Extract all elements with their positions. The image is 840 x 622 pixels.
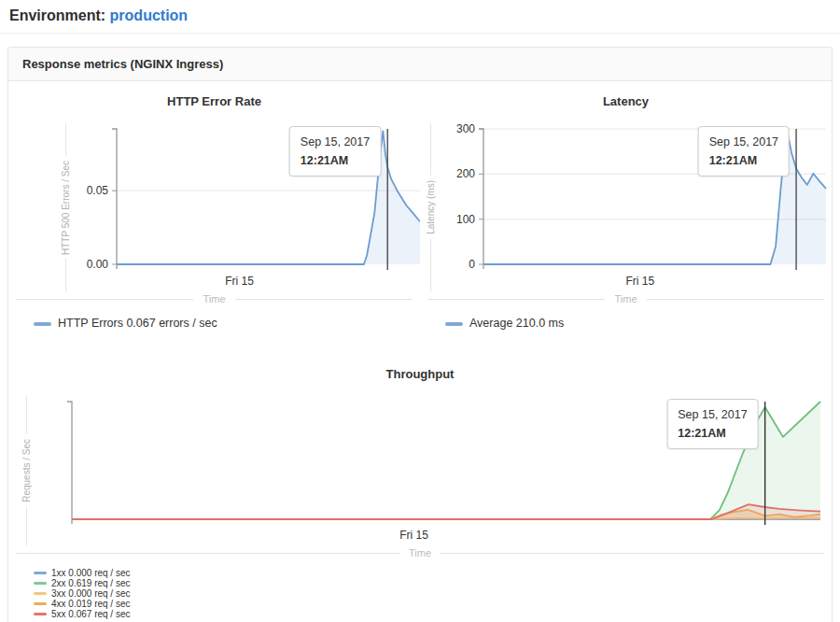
chart-http-error-rate: HTTP Error Rate HTTP 500 Errors / Sec 0.… [8, 92, 420, 332]
legend-swatch [34, 322, 51, 326]
svg-text:0.00: 0.00 [87, 258, 109, 271]
chart-title: HTTP Error Rate [8, 94, 420, 108]
legend-label: 3xx 0.000 req / sec [51, 588, 131, 599]
legend-label: 5xx 0.067 req / sec [51, 609, 131, 619]
panel-title: Response metrics (NGINX Ingress) [8, 48, 832, 81]
svg-text:200: 200 [456, 167, 475, 180]
legend-label: 1xx 0.000 req / sec [51, 568, 131, 578]
chart-tooltip: Sep 15, 2017 12:21AM [289, 126, 381, 177]
x-axis-label: Time [16, 293, 413, 304]
legend-item: 4xx 0.019 req / sec [34, 599, 832, 609]
legend-label: Average 210.0 ms [469, 316, 564, 332]
chart-throughput: Throughput Requests / Sec Sep 15, 2017 1… [8, 367, 832, 619]
legend-item: HTTP Errors 0.067 errors / sec [34, 316, 420, 332]
metrics-page: Environment: production Response metrics… [0, 0, 840, 622]
legend-label: 4xx 0.019 req / sec [51, 599, 131, 609]
environment-link[interactable]: production [110, 7, 189, 23]
tooltip-time: 12:21AM [709, 151, 778, 170]
x-axis-label: Time [427, 293, 824, 304]
legend-label: HTTP Errors 0.067 errors / sec [58, 316, 217, 332]
environment-header: Environment: production [0, 0, 840, 34]
x-axis-label: Time [16, 547, 824, 558]
chart-latency: Latency Latency (ms) 0100200300 Sep 15, … [420, 92, 832, 332]
top-charts-row: HTTP Error Rate HTTP 500 Errors / Sec 0.… [8, 92, 832, 332]
chart-legend: HTTP Errors 0.067 errors / sec [34, 316, 420, 332]
chart-legend: Average 210.0 ms [445, 316, 832, 332]
legend-label: 2xx 0.619 req / sec [51, 578, 131, 588]
svg-text:300: 300 [456, 123, 475, 135]
legend-item: 5xx 0.067 req / sec [34, 609, 832, 619]
tooltip-date: Sep 15, 2017 [709, 133, 778, 151]
legend-item: 3xx 0.000 req / sec [34, 588, 832, 599]
y-axis-label: HTTP 500 Errors / Sec [59, 123, 72, 291]
chart-title: Latency [420, 94, 832, 108]
chart-tooltip: Sep 15, 2017 12:21AM [666, 399, 758, 449]
legend-swatch [34, 592, 47, 595]
legend-swatch [34, 602, 47, 605]
tooltip-date: Sep 15, 2017 [678, 405, 747, 424]
legend-swatch [34, 572, 47, 574]
y-axis-label: Requests / Sec [20, 396, 33, 545]
svg-text:100: 100 [456, 213, 475, 226]
panel-body: HTTP Error Rate HTTP 500 Errors / Sec 0.… [8, 81, 832, 622]
x-axis-tick: Fri 15 [225, 275, 254, 288]
svg-text:0.05: 0.05 [87, 184, 109, 197]
legend-swatch [34, 582, 47, 585]
tooltip-time: 12:21AM [301, 151, 370, 170]
x-axis-tick: Fri 15 [625, 275, 654, 288]
environment-label: Environment: [9, 7, 105, 23]
chart-title: Throughput [8, 367, 832, 381]
chart-legend: 1xx 0.000 req / sec2xx 0.619 req / sec3x… [34, 568, 832, 619]
response-metrics-panel: Response metrics (NGINX Ingress) HTTP Er… [7, 47, 833, 622]
legend-swatch [34, 613, 47, 615]
legend-item: 1xx 0.000 req / sec [34, 568, 832, 578]
legend-item: 2xx 0.619 req / sec [34, 578, 832, 588]
legend-item: Average 210.0 ms [445, 316, 832, 332]
tooltip-date: Sep 15, 2017 [301, 133, 370, 151]
legend-swatch [445, 322, 463, 326]
y-axis-label: Latency (ms) [424, 123, 437, 291]
tooltip-time: 12:21AM [678, 424, 747, 443]
chart-tooltip: Sep 15, 2017 12:21AM [698, 126, 790, 177]
svg-text:0: 0 [469, 258, 475, 271]
x-axis-tick: Fri 15 [399, 529, 428, 542]
